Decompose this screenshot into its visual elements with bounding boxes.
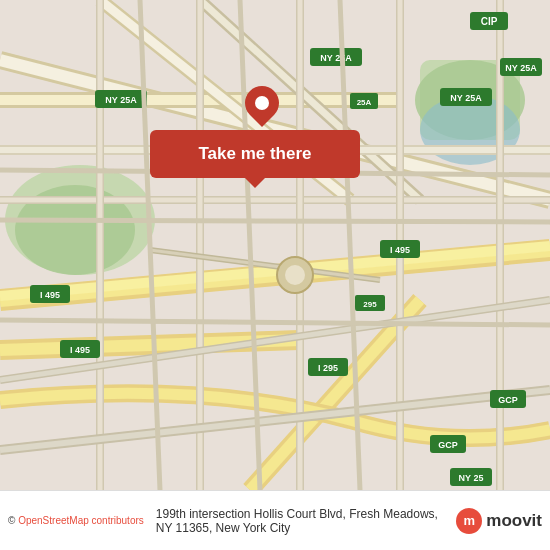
pin-body (238, 79, 286, 127)
svg-text:NY 25A: NY 25A (320, 53, 352, 63)
pin-inner (255, 96, 269, 110)
svg-text:I 495: I 495 (70, 345, 90, 355)
svg-text:NY 25A: NY 25A (450, 93, 482, 103)
svg-text:I 295: I 295 (318, 363, 338, 373)
address-text: 199th intersection Hollis Court Blvd, Fr… (156, 507, 456, 535)
osm-link[interactable]: OpenStreetMap contributors (18, 515, 144, 526)
svg-text:I 495: I 495 (390, 245, 410, 255)
moovit-logo: m moovit (456, 508, 542, 534)
svg-line-75 (0, 220, 550, 222)
button-overlay: Take me there (150, 130, 360, 178)
svg-text:295: 295 (363, 300, 377, 309)
bottom-bar: © OpenStreetMap contributors 199th inter… (0, 490, 550, 550)
svg-text:NY 25A: NY 25A (105, 95, 137, 105)
take-me-there-button[interactable]: Take me there (150, 130, 360, 178)
svg-text:25A: 25A (357, 98, 372, 107)
svg-text:CIP: CIP (481, 16, 498, 27)
osm-copyright-symbol: © (8, 515, 15, 526)
map-svg: CIP NY 25A NY 25A NY 25A 25A I 495 I 495… (0, 0, 550, 490)
svg-text:NY 25A: NY 25A (505, 63, 537, 73)
location-pin (245, 86, 279, 120)
svg-point-70 (285, 265, 305, 285)
moovit-text: moovit (486, 511, 542, 531)
svg-text:GCP: GCP (438, 440, 458, 450)
map-container: CIP NY 25A NY 25A NY 25A 25A I 495 I 495… (0, 0, 550, 490)
svg-text:NY 25: NY 25 (459, 473, 484, 483)
svg-text:I 495: I 495 (40, 290, 60, 300)
osm-attribution: © OpenStreetMap contributors (8, 515, 144, 526)
moovit-icon: m (456, 508, 482, 534)
svg-text:GCP: GCP (498, 395, 518, 405)
